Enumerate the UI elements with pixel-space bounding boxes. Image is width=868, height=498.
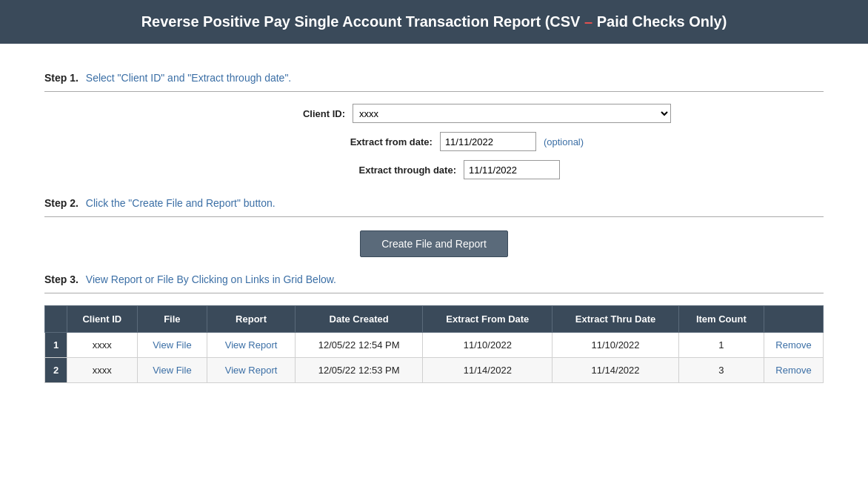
row1-remove-link[interactable]: Remove <box>775 339 811 351</box>
step3-divider <box>44 293 824 293</box>
step3-description: View Report or File By Clicking on Links… <box>86 273 336 285</box>
col-header-num <box>45 306 67 333</box>
extract-through-input[interactable] <box>464 160 560 179</box>
row1-file-cell: View File <box>137 333 207 358</box>
page-title: Reverse Positive Pay Single Account Tran… <box>141 13 727 30</box>
row2-remove-link[interactable]: Remove <box>775 365 811 376</box>
row-number-1: 1 <box>45 333 67 358</box>
step1-label: Step 1. <box>44 72 79 84</box>
content-area: Step 1. Select "Client ID" and "Extract … <box>0 44 868 398</box>
row1-client-id: xxxx <box>67 333 138 358</box>
row1-report-cell: View Report <box>207 333 296 358</box>
row2-view-file-link[interactable]: View File <box>153 365 192 376</box>
extract-from-label: Extract from date: <box>284 136 433 147</box>
extract-from-row: Extract from date: (optional) <box>44 132 824 151</box>
step3-label: Step 3. <box>44 273 79 285</box>
step3-heading: Step 3. View Report or File By Clicking … <box>44 273 824 285</box>
row1-item-count: 1 <box>678 333 764 358</box>
create-file-report-button[interactable]: Create File and Report <box>360 230 508 257</box>
client-id-row: Client ID: xxxx <box>44 104 824 123</box>
client-id-select[interactable]: xxxx <box>353 104 671 123</box>
extract-through-label: Extract through date: <box>308 165 456 176</box>
row1-view-report-link[interactable]: View Report <box>225 339 278 351</box>
col-header-item-count: Item Count <box>678 306 764 333</box>
step1-divider <box>44 91 824 92</box>
row2-item-count: 3 <box>678 358 764 383</box>
client-id-label: Client ID: <box>197 108 345 119</box>
table-row: 1 xxxx View File View Report 12/05/22 12… <box>45 333 824 358</box>
col-header-report: Report <box>207 306 296 333</box>
step2-heading: Step 2. Click the "Create File and Repor… <box>44 197 824 209</box>
col-header-client-id: Client ID <box>67 306 138 333</box>
step2-description: Click the "Create File and Report" butto… <box>86 197 276 209</box>
page-header: Reverse Positive Pay Single Account Tran… <box>0 0 868 44</box>
col-header-file: File <box>137 306 207 333</box>
row2-report-cell: View Report <box>207 358 296 383</box>
col-header-date-created: Date Created <box>296 306 423 333</box>
results-table: Client ID File Report Date Created Extra… <box>44 305 824 383</box>
table-header-row: Client ID File Report Date Created Extra… <box>45 306 824 333</box>
row2-remove-cell: Remove <box>764 358 824 383</box>
extract-from-input[interactable] <box>440 132 536 151</box>
col-header-actions <box>764 306 824 333</box>
row1-view-file-link[interactable]: View File <box>153 339 192 351</box>
row2-extract-thru: 11/14/2022 <box>552 358 678 383</box>
step2-divider <box>44 216 824 217</box>
optional-text: (optional) <box>544 136 584 147</box>
table-row: 2 xxxx View File View Report 12/05/22 12… <box>45 358 824 383</box>
row1-extract-thru: 11/10/2022 <box>552 333 678 358</box>
step1-heading: Step 1. Select "Client ID" and "Extract … <box>44 72 824 84</box>
step2-label: Step 2. <box>44 197 79 209</box>
row1-extract-from: 11/10/2022 <box>423 333 552 358</box>
row2-view-report-link[interactable]: View Report <box>225 365 278 376</box>
step1-description: Select "Client ID" and "Extract through … <box>86 72 291 84</box>
button-row: Create File and Report <box>44 230 824 257</box>
row2-file-cell: View File <box>137 358 207 383</box>
row-number-2: 2 <box>45 358 67 383</box>
row2-date-created: 12/05/22 12:53 PM <box>296 358 423 383</box>
col-header-extract-thru: Extract Thru Date <box>552 306 678 333</box>
row1-date-created: 12/05/22 12:54 PM <box>296 333 423 358</box>
extract-through-row: Extract through date: <box>44 160 824 179</box>
col-header-extract-from: Extract From Date <box>423 306 552 333</box>
row1-remove-cell: Remove <box>764 333 824 358</box>
row2-extract-from: 11/14/2022 <box>423 358 552 383</box>
page-wrapper: Reverse Positive Pay Single Account Tran… <box>0 0 868 498</box>
row2-client-id: xxxx <box>67 358 138 383</box>
